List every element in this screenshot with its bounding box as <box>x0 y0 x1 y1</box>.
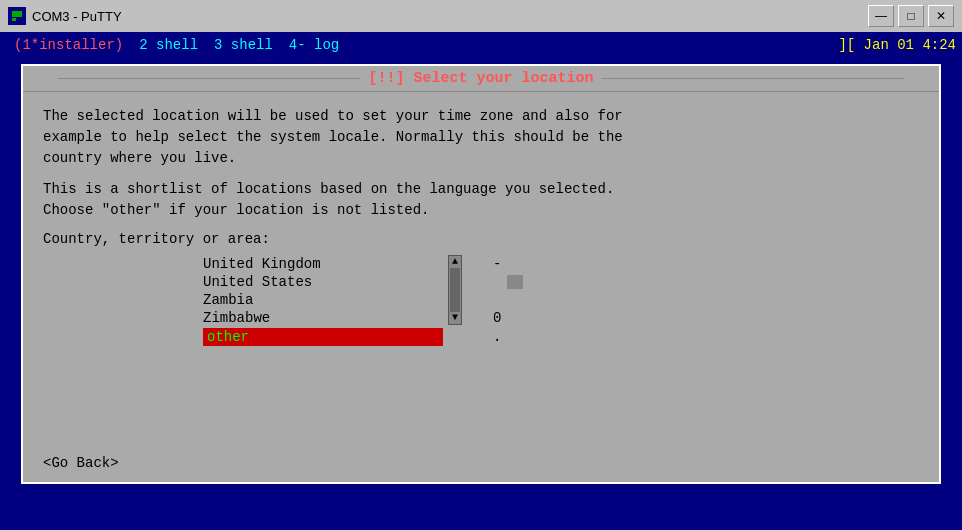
country-name-us: United States <box>203 274 443 290</box>
dialog-box: ──────────────────────────────────── [!!… <box>21 64 941 484</box>
dialog-title-text: [!!] Select your location <box>360 70 601 87</box>
country-key-us <box>507 275 523 289</box>
country-key-zimbabwe: 0 <box>493 310 523 326</box>
title-bar: COM3 - PuTTY — □ ✕ <box>0 0 962 32</box>
title-dashes-right: ──────────────────────────────────── <box>602 71 904 87</box>
terminal: (1*installer) 2 shell 3 shell 4- log ][ … <box>0 32 962 530</box>
title-bar-buttons: — □ ✕ <box>868 5 954 27</box>
country-row-uk[interactable]: United Kingdom - <box>203 255 523 273</box>
dialog-content: The selected location will be used to se… <box>23 92 939 450</box>
country-row-zambia[interactable]: Zambia <box>203 291 523 309</box>
go-back-section: <Go Back> <box>23 450 939 482</box>
svg-rect-2 <box>12 18 16 21</box>
svg-rect-1 <box>12 11 22 17</box>
tab-bar: (1*installer) 2 shell 3 shell 4- log ][ … <box>0 32 962 58</box>
country-row-zimbabwe[interactable]: Zimbabwe 0 <box>203 309 523 327</box>
title-dashes-left: ──────────────────────────────────── <box>58 71 360 87</box>
go-back-button[interactable]: <Go Back> <box>43 455 119 471</box>
country-key-other: . <box>493 329 523 345</box>
country-name-zimbabwe: Zimbabwe <box>203 310 443 326</box>
country-name-other: other <box>203 328 443 346</box>
dialog-para-1: The selected location will be used to se… <box>43 106 919 169</box>
close-button[interactable]: ✕ <box>928 5 954 27</box>
list-container: United Kingdom - United States Zambia <box>43 255 919 361</box>
country-row-other[interactable]: other . <box>203 327 523 347</box>
scrollbar[interactable]: ▲ ▼ <box>448 255 462 325</box>
tab-shell-3[interactable]: 3 shell <box>206 35 281 55</box>
country-row-us[interactable]: United States <box>203 273 523 291</box>
maximize-button[interactable]: □ <box>898 5 924 27</box>
tab-bar-datetime: ][ Jan 01 4:24 <box>838 37 956 53</box>
putty-icon <box>8 7 26 25</box>
dialog-list-label: Country, territory or area: <box>43 231 919 247</box>
dialog-para-2: This is a shortlist of locations based o… <box>43 179 919 221</box>
country-list: United Kingdom - United States Zambia <box>203 255 523 347</box>
tab-installer[interactable]: (1*installer) <box>6 35 131 55</box>
window-title: COM3 - PuTTY <box>32 9 122 24</box>
tab-log[interactable]: 4- log <box>281 35 347 55</box>
country-name-uk: United Kingdom <box>203 256 443 272</box>
dialog-area: ──────────────────────────────────── [!!… <box>0 58 962 530</box>
country-name-zambia: Zambia <box>203 292 443 308</box>
minimize-button[interactable]: — <box>868 5 894 27</box>
dialog-title-bar: ──────────────────────────────────── [!!… <box>23 66 939 92</box>
tab-bar-left: (1*installer) 2 shell 3 shell 4- log <box>6 35 347 55</box>
country-key-uk: - <box>493 256 523 272</box>
tab-shell-2[interactable]: 2 shell <box>131 35 206 55</box>
title-bar-left: COM3 - PuTTY <box>8 7 122 25</box>
dialog-title-line: ──────────────────────────────────── [!!… <box>33 70 929 87</box>
window: COM3 - PuTTY — □ ✕ (1*installer) 2 shell… <box>0 0 962 530</box>
